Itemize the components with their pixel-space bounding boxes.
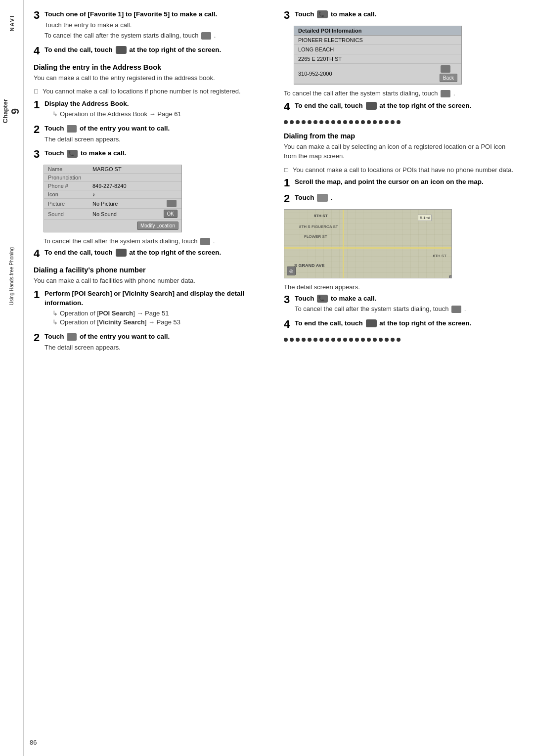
dot-b <box>290 338 294 342</box>
dot <box>302 120 306 124</box>
step-3-top-body2: To cancel the call after the system star… <box>44 31 269 41</box>
ok-button-screenshot[interactable]: OK <box>164 210 178 218</box>
step-num-4-map: 4 <box>284 319 293 330</box>
cancel-poi-text: To cancel the call after the system star… <box>284 89 519 98</box>
addr-row-label-pronunciation: Pronunciation <box>48 175 92 180</box>
step-2-map: 2 Touch . <box>284 193 519 204</box>
step-1-fac-arrow1: ↳ Operation of [POI Search] → Page 51 <box>52 310 269 317</box>
dot <box>331 120 335 124</box>
entry-icon-addr <box>67 125 77 133</box>
end-call-icon-top <box>116 46 127 54</box>
step-1-fac-title: Perform [POI Search] or [Vicinity Search… <box>44 289 269 308</box>
arrow-sym-fac1: ↳ <box>52 310 58 317</box>
dot-b <box>331 338 335 342</box>
step-num-1-addr: 1 <box>34 99 43 110</box>
dot <box>385 120 389 124</box>
step-4-map-title: To end the call, touch at the top right … <box>295 319 519 328</box>
right-column: 3 Touch to make a call. Detailed POI Inf… <box>284 10 519 741</box>
step-num-2-addr: 2 <box>34 124 43 135</box>
step-num-2-fac: 2 <box>34 332 43 343</box>
map-btn-icon <box>317 194 328 202</box>
call-icon-in-screenshot <box>167 200 177 207</box>
note-address-book: ☐ You cannot make a call to locations if… <box>34 87 269 96</box>
screenshot-addr-row-phone: Phone # 849-227-8240 <box>44 182 181 190</box>
dot <box>379 120 383 124</box>
dot <box>313 120 317 124</box>
step-num-4-top: 4 <box>34 45 43 56</box>
dot <box>373 120 377 124</box>
cancel-icon-map <box>451 306 461 313</box>
map-scale: 5.1mi <box>418 215 432 221</box>
step-4-top-content: To end the call, touch at the top right … <box>44 45 269 55</box>
step-num-3-top: 3 <box>34 10 43 21</box>
addr-row-value-sound: No Sound <box>92 211 164 217</box>
step-1-fac-content: Perform [POI Search] or [Vicinity Search… <box>44 289 269 327</box>
step-2-map-title: Touch . <box>295 193 519 203</box>
dot-b <box>296 338 300 342</box>
dot <box>308 120 312 124</box>
screenshot-poi: Detailed POI Information PIONEER ELECTRO… <box>294 26 462 85</box>
step-num-1-map: 1 <box>284 178 293 188</box>
poi-call-icon <box>441 65 450 73</box>
poi-back-btn[interactable]: Back <box>440 74 457 82</box>
step-2-fac: 2 Touch of the entry you want to call. T… <box>34 332 269 352</box>
addr-row-label-icon: Icon <box>48 191 92 197</box>
cancel-icon-poi <box>441 90 450 97</box>
step-4-map: 4 To end the call, touch at the top righ… <box>284 319 519 330</box>
dot-b <box>337 338 341 342</box>
step-1-addr: 1 Display the Address Book. ↳ Operation … <box>34 99 269 119</box>
map-zoom-out[interactable]: - <box>449 275 452 278</box>
dot-b <box>361 338 365 342</box>
step-3-top-body1: Touch the entry to make a call. <box>44 20 269 30</box>
step-num-4-addr: 4 <box>34 248 43 259</box>
call-icon-right <box>317 10 328 18</box>
step-4-addr-content: To end the call, touch at the top right … <box>44 248 269 258</box>
addr-row-value-name: MARGO ST <box>92 166 178 172</box>
step-2-fac-title: Touch of the entry you want to call. <box>44 332 269 342</box>
poi-screenshot-header: Detailed POI Information <box>294 26 461 36</box>
step-3-top-title: Touch one of [Favorite 1] to [Favorite 5… <box>44 10 269 19</box>
dot <box>319 120 323 124</box>
cancel-addr-text: To cancel the call after the system star… <box>44 236 269 246</box>
step-2-addr-title: Touch of the entry you want to call. <box>44 124 269 133</box>
poi-right-btns: Back <box>440 65 457 82</box>
step-1-addr-content: Display the Address Book. ↳ Operation of… <box>44 99 269 119</box>
map-road-label-1: S GRAND AVE <box>294 263 325 268</box>
step-3-addr-title: Touch to make a call. <box>44 149 269 158</box>
dot-b <box>391 338 395 342</box>
divider-dots-bottom <box>284 338 519 342</box>
dot-b <box>325 338 329 342</box>
section-subtext-map: You can make a call by selecting an icon… <box>284 142 519 161</box>
step-3-top-content: Touch one of [Favorite 1] to [Favorite 5… <box>44 10 269 41</box>
step-3-right-title: Touch to make a call. <box>295 10 519 19</box>
left-column: 3 Touch one of [Favorite 1] to [Favorite… <box>34 10 269 741</box>
sidebar-chapter-num: 9 <box>9 99 22 123</box>
main-content: 3 Touch one of [Favorite 1] to [Favorite… <box>24 0 534 756</box>
step-3-top: 3 Touch one of [Favorite 1] to [Favorite… <box>34 10 269 41</box>
step-1-fac: 1 Perform [POI Search] or [Vicinity Sear… <box>34 289 269 327</box>
map-label-4: FLOWER ST <box>304 234 327 239</box>
step-4-map-content: To end the call, touch at the top right … <box>295 319 519 328</box>
dot-b <box>302 338 306 342</box>
call-icon-addr <box>67 150 78 158</box>
modify-location-button[interactable]: Modify Location <box>137 222 178 230</box>
poi-row-1: PIONEER ELECTRONICS <box>294 36 461 45</box>
dot-b <box>367 338 371 342</box>
map-label-5: 6TH ST <box>433 254 446 258</box>
section-heading-map: Dialing from the map <box>284 132 519 140</box>
dot <box>361 120 365 124</box>
addr-row-value-phone: 849-227-8240 <box>92 183 178 189</box>
addr-row-label-picture: Picture <box>48 201 92 207</box>
step-4-top: 4 To end the call, touch at the top righ… <box>34 45 269 56</box>
note-map: ☐ You cannot make a call to locations or… <box>284 165 519 175</box>
screenshot-modify-area: Modify Location <box>44 220 181 232</box>
step-num-2-map: 2 <box>284 193 293 204</box>
dot <box>290 120 294 124</box>
step-4-right-title: To end the call, touch at the top right … <box>295 101 519 111</box>
section-subtext-facility: You can make a call to facilities with p… <box>34 276 269 286</box>
sidebar-chapter-word: Chapter <box>1 99 9 123</box>
step-1-map-content: Scroll the map, and point the cursor on … <box>295 178 519 187</box>
dot-b <box>308 338 312 342</box>
step-3-map: 3 Touch to make a call. To cancel the ca… <box>284 294 519 314</box>
dot <box>284 120 288 124</box>
